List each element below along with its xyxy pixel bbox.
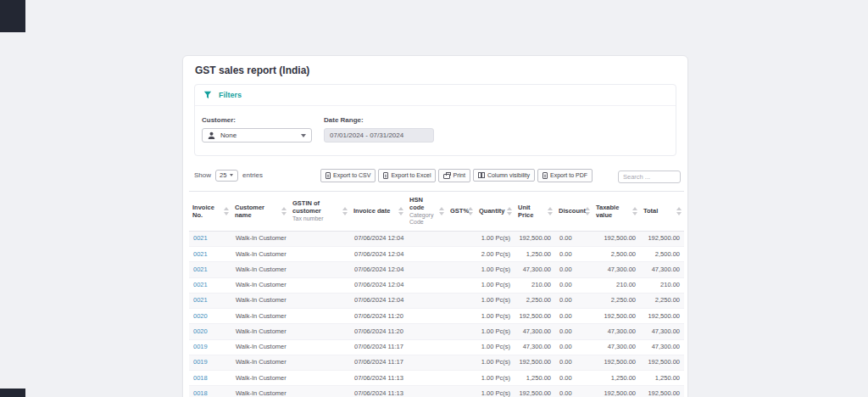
invoice-link[interactable]: 0019 xyxy=(193,358,208,366)
table-cell xyxy=(406,355,447,370)
table-row: 0019Walk-In Customer07/06/2024 11:171.00… xyxy=(189,339,684,355)
table-cell xyxy=(289,339,350,355)
column-header[interactable]: Taxable value xyxy=(593,192,640,232)
date-range-input[interactable] xyxy=(324,128,434,143)
invoice-link[interactable]: 0021 xyxy=(193,296,208,304)
table-cell xyxy=(406,386,447,397)
table-header-row: Invoice No.Customer nameGSTIN of custome… xyxy=(189,192,684,232)
table-cell xyxy=(289,371,350,386)
invoice-cell: 0019 xyxy=(189,355,231,370)
user-icon xyxy=(208,131,215,139)
column-header[interactable]: GSTIN of customerTax number xyxy=(289,192,350,232)
sort-icon xyxy=(342,207,348,215)
export-excel-button[interactable]: Export to Excel xyxy=(378,169,436,182)
table-cell: Walk-In Customer xyxy=(231,339,289,355)
table-cell: 0.00 xyxy=(555,386,593,397)
invoice-link[interactable]: 0021 xyxy=(193,281,208,288)
card-header: GST sales report (India) xyxy=(183,56,687,84)
table-cell: 07/06/2024 12:04 xyxy=(350,231,406,246)
table-cell xyxy=(289,324,350,339)
invoice-link[interactable]: 0020 xyxy=(193,312,208,320)
table-cell: Walk-In Customer xyxy=(231,371,289,386)
column-header[interactable]: Customer name xyxy=(231,192,289,232)
invoice-link[interactable]: 0018 xyxy=(193,374,208,382)
column-header[interactable]: GST% xyxy=(447,192,476,232)
table-cell: 07/06/2024 12:04 xyxy=(350,293,406,308)
invoice-cell: 0021 xyxy=(189,277,231,293)
table-cell: 1,250.00 xyxy=(640,371,684,386)
customer-select[interactable]: None xyxy=(202,128,312,143)
export-pdf-button[interactable]: Export to PDF xyxy=(537,169,593,182)
table-row: 0019Walk-In Customer07/06/2024 11:171.00… xyxy=(189,355,684,370)
table-cell: 192,500.00 xyxy=(593,386,640,397)
table-row: 0018Walk-In Customer07/06/2024 11:131.00… xyxy=(189,371,684,386)
invoice-cell: 0020 xyxy=(189,309,231,324)
invoice-cell: 0021 xyxy=(189,293,231,308)
table-cell: 1.00 Pc(s) xyxy=(476,355,515,370)
table-cell: 2,250.00 xyxy=(515,293,555,308)
table-cell: 1,250.00 xyxy=(515,371,555,386)
entries-label: entries xyxy=(242,171,263,179)
table-cell: 1.00 Pc(s) xyxy=(476,324,515,339)
table-cell: Walk-In Customer xyxy=(231,277,289,293)
sort-icon xyxy=(676,207,682,215)
file-export-icon xyxy=(326,172,331,179)
invoice-link[interactable]: 0021 xyxy=(193,234,208,242)
show-label: Show xyxy=(194,171,211,179)
column-label: Customer name xyxy=(235,204,264,219)
column-header[interactable]: HSN codeCategory Code xyxy=(406,192,447,232)
table-cell xyxy=(447,371,476,386)
sort-icon xyxy=(398,207,403,215)
entries-select[interactable]: 25 xyxy=(215,170,238,182)
table-row: 0021Walk-In Customer07/06/2024 12:041.00… xyxy=(189,262,684,277)
invoice-link[interactable]: 0021 xyxy=(193,266,208,273)
columns-icon xyxy=(478,172,485,178)
table-cell: 2,250.00 xyxy=(593,293,640,308)
column-header[interactable]: Invoice No. xyxy=(189,192,231,232)
sort-icon xyxy=(281,207,287,215)
table-cell: 1,250.00 xyxy=(593,371,640,386)
column-header[interactable]: Discount xyxy=(555,192,593,232)
export-csv-button[interactable]: Export to CSV xyxy=(320,169,376,182)
export-buttons: Export to CSVExport to ExcelPrintColumn … xyxy=(320,169,595,182)
column-header[interactable]: Quantity xyxy=(476,192,515,232)
table-cell: 47,300.00 xyxy=(515,324,555,339)
table-cell: 192,500.00 xyxy=(593,355,640,370)
table-cell: 1.00 Pc(s) xyxy=(476,371,515,386)
table-cell: 192,500.00 xyxy=(640,309,684,324)
table-cell xyxy=(406,324,447,339)
print-button[interactable]: Print xyxy=(438,169,470,182)
table-cell: 2,500.00 xyxy=(640,247,684,262)
column-header[interactable]: Invoice date xyxy=(350,192,406,232)
invoice-link[interactable]: 0020 xyxy=(193,327,208,335)
table-cell: 192,500.00 xyxy=(593,309,640,324)
invoice-link[interactable]: 0021 xyxy=(193,250,208,258)
date-range-filter: Date Range: xyxy=(324,116,434,143)
sort-icon xyxy=(548,207,553,215)
sort-icon xyxy=(507,207,512,215)
column-label: Invoice date xyxy=(353,207,390,215)
table-row: 0020Walk-In Customer07/06/2024 11:201.00… xyxy=(189,309,684,324)
invoice-cell: 0021 xyxy=(189,262,231,277)
column-header[interactable]: Unit Price xyxy=(515,192,555,232)
table-cell: Walk-In Customer xyxy=(231,231,289,246)
invoice-link[interactable]: 0018 xyxy=(193,389,208,397)
sort-icon xyxy=(585,207,590,215)
invoice-link[interactable]: 0019 xyxy=(193,343,208,350)
print-icon xyxy=(443,174,450,179)
table-row: 0021Walk-In Customer07/06/2024 12:041.00… xyxy=(189,293,684,308)
table-cell: 2,500.00 xyxy=(593,247,640,262)
table-cell: 1.00 Pc(s) xyxy=(476,339,515,355)
sort-icon xyxy=(632,207,637,215)
table-cell: 1.00 Pc(s) xyxy=(476,262,515,277)
column-visibility-button[interactable]: Column visibility xyxy=(473,169,535,182)
table-cell: Walk-In Customer xyxy=(231,355,289,370)
table-cell: 47,300.00 xyxy=(640,262,684,277)
search-input[interactable] xyxy=(618,171,681,183)
table-cell xyxy=(289,355,350,370)
report-card: GST sales report (India) Filters Custome… xyxy=(182,55,688,397)
column-header[interactable]: Total xyxy=(640,192,684,232)
invoice-cell: 0019 xyxy=(189,339,231,355)
table-cell xyxy=(447,231,476,246)
invoice-cell: 0018 xyxy=(189,371,231,386)
